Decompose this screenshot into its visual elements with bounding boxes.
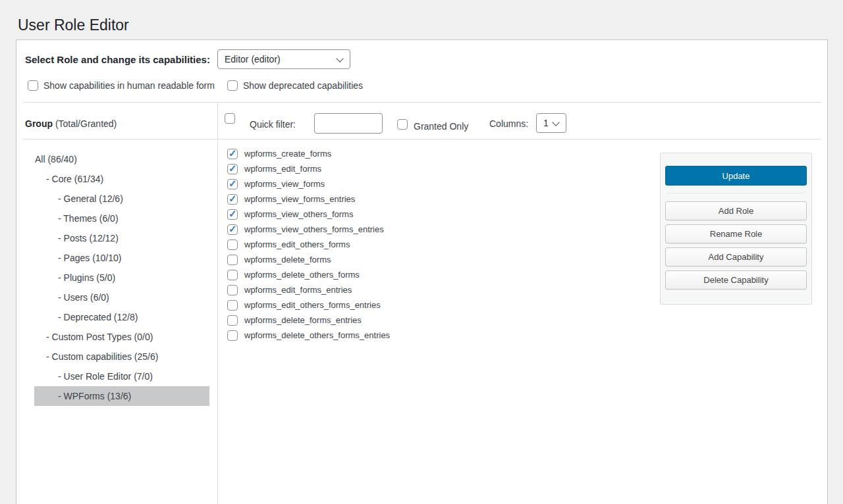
granted-only-checkbox[interactable] [397, 119, 408, 130]
capability-row: wpforms_delete_others_forms [227, 267, 649, 282]
delete-capability-button[interactable]: Delete Capability [665, 270, 807, 290]
group-tree-item[interactable]: - Pages (10/10) [34, 248, 209, 268]
group-header-bold: Group [25, 118, 53, 129]
capability-label: wpforms_delete_others_forms [244, 270, 360, 280]
options-row: Show capabilities in human readable form… [28, 80, 375, 91]
capability-row: wpforms_edit_forms [227, 161, 649, 176]
quick-filter-input[interactable] [314, 113, 383, 134]
capability-checkbox[interactable] [227, 164, 238, 174]
capability-row: wpforms_view_others_forms [227, 207, 649, 222]
role-selector-label: Select Role and change its capabilities: [25, 54, 210, 65]
capability-label: wpforms_view_forms_entries [244, 194, 355, 204]
capability-row: wpforms_view_forms [227, 176, 649, 191]
page-title: User Role Editor [18, 16, 129, 36]
quick-filter-label: Quick filter: [250, 119, 296, 130]
role-selector-row: Select Role and change its capabilities:… [25, 49, 350, 70]
action-panel: Update Add Role Rename Role Add Capabili… [660, 153, 812, 305]
add-role-button[interactable]: Add Role [665, 201, 807, 220]
capability-list: wpforms_create_formswpforms_edit_formswp… [227, 146, 649, 343]
capability-row: wpforms_delete_forms_entries [227, 313, 649, 328]
capability-checkbox[interactable] [227, 300, 238, 311]
capability-label: wpforms_create_forms [244, 149, 331, 159]
columns-select-value: 1 [543, 118, 549, 128]
capability-row: wpforms_edit_others_forms_entries [227, 297, 649, 313]
select-all-checkbox[interactable] [225, 113, 235, 124]
capability-checkbox[interactable] [227, 209, 238, 220]
chevron-down-icon [336, 55, 343, 62]
capability-checkbox[interactable] [227, 330, 238, 341]
group-tree-item[interactable]: - Themes (6/0) [34, 209, 209, 228]
group-tree-item[interactable]: - Posts (12/12) [34, 228, 209, 248]
group-tree-item[interactable]: - User Role Editor (7/0) [34, 366, 209, 386]
role-select-value: Editor (editor) [225, 54, 281, 64]
capability-row: wpforms_view_others_forms_entries [227, 222, 649, 237]
group-header-rest: (Total/Granted) [53, 118, 117, 129]
capability-row: wpforms_delete_forms [227, 252, 649, 267]
capability-checkbox[interactable] [227, 149, 238, 159]
column-divider [217, 103, 218, 504]
capability-row: wpforms_view_forms_entries [227, 191, 649, 207]
group-tree-item[interactable]: - Deprecated (12/8) [34, 307, 209, 327]
group-tree-item[interactable]: - General (12/6) [34, 189, 209, 209]
capability-checkbox[interactable] [227, 255, 238, 265]
capability-row: wpforms_delete_others_forms_entries [227, 328, 649, 343]
capability-checkbox[interactable] [227, 239, 238, 250]
human-readable-label: Show capabilities in human readable form [43, 80, 215, 91]
capability-label: wpforms_view_others_forms [244, 209, 353, 219]
columns-select[interactable]: 1 [536, 113, 566, 133]
role-select[interactable]: Editor (editor) [217, 49, 350, 69]
divider [667, 193, 805, 193]
group-tree-item[interactable]: - Custom Post Types (0/0) [34, 327, 209, 347]
update-button[interactable]: Update [665, 166, 807, 186]
add-capability-button[interactable]: Add Capability [665, 247, 807, 266]
human-readable-checkbox[interactable] [28, 80, 38, 91]
group-tree-item[interactable]: - Custom capabilities (25/6) [34, 347, 209, 366]
capability-row: wpforms_edit_others_forms [227, 237, 649, 252]
capability-label: wpforms_delete_others_forms_entries [244, 330, 390, 340]
divider [23, 102, 821, 103]
capability-row: wpforms_create_forms [227, 146, 649, 161]
show-deprecated-checkbox[interactable] [227, 80, 238, 91]
capability-label: wpforms_edit_forms_entries [244, 285, 352, 295]
capability-checkbox[interactable] [227, 270, 238, 280]
capability-label: wpforms_view_forms [244, 179, 325, 189]
rename-role-button[interactable]: Rename Role [665, 224, 807, 243]
capability-label: wpforms_edit_forms [244, 164, 321, 174]
group-tree-item[interactable]: - Core (61/34) [34, 169, 209, 189]
capability-label: wpforms_view_others_forms_entries [244, 224, 384, 234]
group-tree-item[interactable]: - Users (6/0) [34, 288, 209, 307]
group-tree: All (86/40)- Core (61/34)- General (12/6… [16, 139, 217, 406]
group-tree-item[interactable]: - Plugins (5/0) [34, 268, 209, 288]
capability-label: wpforms_delete_forms [244, 255, 331, 265]
capability-checkbox[interactable] [227, 285, 238, 295]
capability-checkbox[interactable] [227, 194, 238, 205]
capability-label: wpforms_delete_forms_entries [244, 315, 362, 325]
granted-only-label: Granted Only [414, 121, 468, 132]
columns-label: Columns: [489, 118, 528, 129]
show-deprecated-label: Show deprecated capabilities [243, 80, 363, 91]
group-tree-item[interactable]: - WPForms (13/6) [34, 386, 209, 406]
user-role-editor-panel: Select Role and change its capabilities:… [16, 39, 828, 504]
group-tree-item[interactable]: All (86/40) [34, 149, 209, 169]
capability-label: wpforms_edit_others_forms_entries [244, 300, 381, 310]
group-column-header: Group (Total/Granted) [25, 118, 117, 129]
capability-checkbox[interactable] [227, 179, 238, 189]
capability-checkbox[interactable] [227, 224, 238, 235]
capability-checkbox[interactable] [227, 315, 238, 326]
capability-label: wpforms_edit_others_forms [244, 239, 350, 249]
capability-row: wpforms_edit_forms_entries [227, 282, 649, 297]
chevron-down-icon [552, 118, 559, 126]
